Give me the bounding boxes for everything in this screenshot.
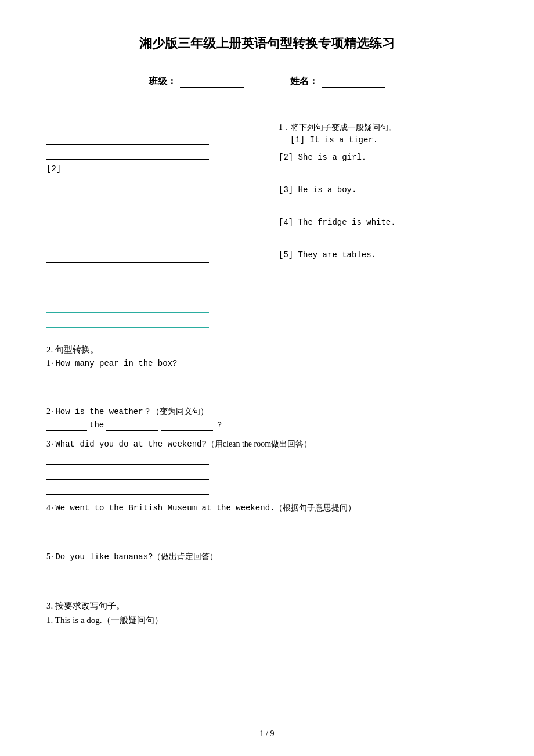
s2q4: 4·We went to the British Museum at the w… [46,503,488,543]
q3-line1 [46,215,209,228]
s2q2-blank3 [161,419,213,431]
s2q4-text: 4·We went to the British Museum at the w… [46,503,488,513]
s2q2-blank2 [106,419,158,431]
s2q5: 5·Do you like bananas?（做出肯定回答） [46,552,488,592]
name-label: 姓名： [290,75,318,88]
class-input [180,76,244,88]
q1-answer [46,117,255,160]
s2q4-lines [46,516,488,543]
q5-line1 [46,300,209,313]
class-label: 班级： [149,75,176,88]
the-word: the [89,420,104,430]
s2q1: 1·How many pear in the box? [46,359,488,398]
section-1: [2] 1．将下列句子变 [46,117,488,333]
s2q3-line2 [46,467,209,480]
q1-line1 [46,117,209,129]
s2q5-line2 [46,579,209,592]
s2q2: 2·How is the weather？（变为同义句） the ？ [46,406,488,431]
s2q4-line2 [46,531,209,543]
section3-instruction2: 1. This is a dog.（一般疑问句） [46,615,488,626]
s2q1-lines [46,370,488,398]
q4-line2 [46,265,209,278]
s2q2-text: 2·How is the weather？（变为同义句） [46,406,488,417]
section-2: 2. 句型转换。 1·How many pear in the box? 2·H… [46,344,488,592]
section3-instruction1: 3. 按要求改写句子。 [46,600,488,611]
s2q5-text: 5·Do you like bananas?（做出肯定回答） [46,552,488,562]
page-number: 1 / 9 [260,729,275,738]
s2q3-text: 3·What did you do at the weekend?（用clean… [46,439,488,449]
s2q5-line1 [46,564,209,577]
class-field: 班级： [149,75,244,88]
section1-left: [2] [46,117,267,333]
q2-answer [46,181,255,208]
s2q1-text: 1·How many pear in the box? [46,359,488,368]
page-title: 湘少版三年级上册英语句型转换专项精选练习 [46,35,488,52]
q5-line2 [46,315,209,328]
section-3: 3. 按要求改写句子。 1. This is a dog.（一般疑问句） [46,600,488,626]
q2-text: [2] [46,164,255,174]
q2-item: [2] [46,164,255,174]
s2q2-blank1 [46,419,87,431]
s2q5-lines [46,564,488,592]
section1-instruction: 1．将下列句子变成一般疑问句。 [279,123,488,133]
s2q1-line1 [46,370,209,383]
section2-instruction: 2. 句型转换。 [46,344,488,355]
q1-line2 [46,132,209,145]
s2q2-blanks: the ？ [46,419,488,431]
q4-line1 [46,250,209,263]
s2q3-lines [46,452,488,495]
s2q3-line1 [46,452,209,465]
s2q1-line2 [46,386,209,398]
section1-right: 1．将下列句子变成一般疑问句。 [1] It is a tiger. [2] S… [267,117,488,333]
q4-line3 [46,280,209,293]
name-input [322,76,385,88]
form-row: 班级： 姓名： [46,75,488,88]
page-footer: 1 / 9 [260,729,275,739]
s2q3-line3 [46,482,209,495]
q1-line3 [46,147,209,160]
s2q4-line1 [46,516,209,528]
q1-sentence: [1] It is a tiger. [290,135,488,145]
q2-line1 [46,181,209,193]
q4-answer [46,250,255,293]
s2q3: 3·What did you do at the weekend?（用clean… [46,439,488,495]
q3-answer [46,215,255,243]
q2-line2 [46,196,209,208]
name-field: 姓名： [290,75,385,88]
q3-line2 [46,231,209,243]
q5-answer [46,300,255,328]
